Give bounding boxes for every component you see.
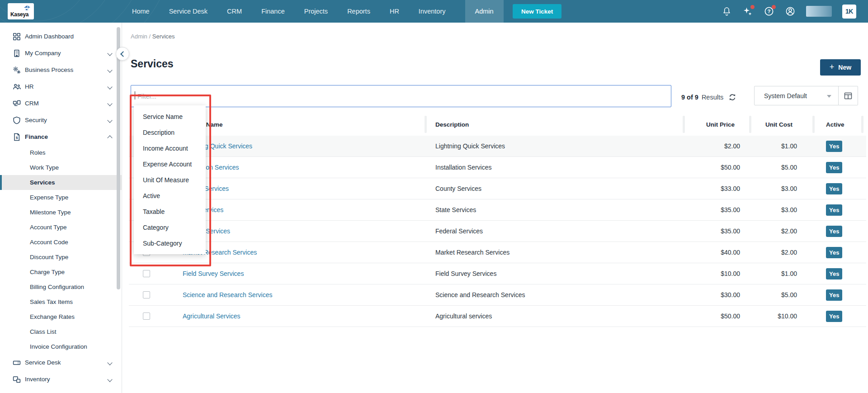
service-name-link[interactable]: Science and Research Services (176, 291, 426, 298)
service-description: State Services (426, 206, 684, 213)
sidebar-item[interactable]: Milestone Type (0, 205, 122, 220)
breadcrumb-admin[interactable]: Admin (131, 33, 147, 40)
column-settings-button[interactable] (839, 86, 858, 105)
row-checkbox[interactable] (143, 313, 150, 320)
sidebar-scrollbar-thumb[interactable] (117, 27, 120, 289)
unit-price-value: $2.00 (684, 142, 750, 150)
sidebar-item[interactable]: Billing Configuration (0, 279, 122, 294)
sidebar-item[interactable]: Security (0, 112, 122, 128)
sidebar-item[interactable]: Projects (0, 388, 122, 393)
filter-column-option[interactable]: Category (134, 219, 206, 235)
sidebar-item[interactable]: Discount Type (0, 250, 122, 265)
sidebar-item[interactable]: Invoice Configuration (0, 339, 122, 354)
row-checkbox[interactable] (143, 291, 150, 298)
sidebar-item[interactable]: Roles (0, 145, 122, 160)
dashboard-icon (13, 33, 21, 41)
sidebar-item[interactable]: Account Code (0, 235, 122, 250)
service-name-link[interactable]: Market Research Services (176, 249, 426, 256)
nav-item[interactable]: Service Desk (169, 0, 208, 23)
notifications-bell-icon[interactable] (721, 6, 732, 17)
filter-column-option[interactable]: Sub-Category (134, 235, 206, 251)
nav-item[interactable]: Home (132, 0, 150, 23)
nav-item[interactable]: Reports (347, 0, 370, 23)
sidebar-item[interactable]: My Company (0, 45, 122, 62)
column-header-unit-price[interactable]: Unit Price (684, 121, 750, 128)
sidebar-item-label: Billing Configuration (30, 284, 84, 290)
cooper-ai-sparkle-icon[interactable] (742, 6, 753, 17)
sidebar-item[interactable]: Admin Dashboard (0, 28, 122, 45)
column-header-unit-cost[interactable]: Unit Cost (750, 121, 814, 128)
filter-column-option[interactable]: Taxable (134, 204, 206, 219)
active-badge: Yes (826, 183, 842, 194)
service-name-link[interactable]: Lightning Quick Services (176, 142, 426, 150)
filter-column-option[interactable]: Unit Of Measure (134, 172, 206, 188)
sidebar-item[interactable]: Class List (0, 324, 122, 339)
sidebar-item[interactable]: Charge Type (0, 265, 122, 279)
sidebar-item[interactable]: Work Type (0, 160, 122, 175)
filter-column-option[interactable]: Description (134, 124, 206, 140)
sidebar-item[interactable]: HR (0, 78, 122, 95)
sidebar-item[interactable]: CRM (0, 95, 122, 112)
nav-item[interactable]: Inventory (419, 0, 446, 23)
service-name-link[interactable]: Federal Services (176, 227, 426, 235)
nav-item-label: Projects (304, 8, 328, 15)
new-service-button[interactable]: + New (820, 59, 861, 76)
unit-cost-value: $1.00 (750, 270, 814, 277)
new-ticket-button[interactable]: New Ticket (513, 4, 561, 19)
nav-item[interactable]: Finance (261, 0, 285, 23)
sidebar-item[interactable]: Services (0, 175, 122, 190)
sidebar-item-label: Account Code (30, 239, 68, 246)
unit-cost-value: $5.00 (750, 164, 814, 171)
service-name-link[interactable]: County Services (176, 185, 426, 192)
refresh-icon[interactable] (728, 93, 736, 101)
service-description: Market Research Services (426, 249, 684, 256)
column-resize-handle[interactable] (861, 116, 863, 133)
sidebar-item[interactable]: Service Desk (0, 354, 122, 371)
service-name-link[interactable]: Field Survey Services (176, 270, 426, 277)
sidebar-item[interactable]: $ Finance (0, 128, 122, 145)
column-resize-handle[interactable] (425, 116, 427, 133)
nav-item[interactable]: Admin (465, 0, 504, 23)
column-resize-handle[interactable] (749, 116, 751, 133)
column-header-active[interactable]: Active (814, 121, 866, 128)
help-icon[interactable]: ? (764, 6, 774, 17)
sidebar-item-label: Charge Type (30, 269, 65, 275)
sidebar-item[interactable]: Account Type (0, 220, 122, 235)
nav-item[interactable]: Projects (304, 0, 328, 23)
sidebar-item[interactable]: Expense Type (0, 190, 122, 205)
kaseya-logo[interactable]: Kaseya (8, 3, 34, 19)
nav-item[interactable]: CRM (227, 0, 242, 23)
column-header-description[interactable]: Description (426, 121, 684, 128)
filter-input[interactable] (131, 85, 671, 107)
kaseya-one-launcher[interactable]: 1K (842, 5, 856, 19)
table-row: Field Survey Services Field Survey Servi… (129, 263, 866, 284)
table-row: Agricultural Services Agricultural servi… (129, 306, 866, 327)
sidebar-item[interactable]: Business Process (0, 62, 122, 78)
column-resize-handle[interactable] (683, 116, 685, 133)
filter-column-option[interactable]: Expense Account (134, 156, 206, 172)
profile-icon[interactable] (785, 6, 796, 17)
column-resize-handle[interactable] (812, 116, 815, 133)
service-desk-icon (13, 359, 21, 367)
view-select[interactable]: System Default (755, 86, 838, 105)
nav-item-label: Finance (261, 8, 285, 15)
filter-column-option[interactable]: Service Name (134, 109, 206, 124)
view-select-value: System Default (764, 92, 807, 99)
filter-column-option[interactable]: Active (134, 188, 206, 204)
sidebar-collapse-button[interactable] (116, 47, 129, 61)
sidebar-item[interactable]: Inventory (0, 371, 122, 388)
sidebar-item-label: Class List (30, 328, 57, 335)
filter-column-option[interactable]: Income Account (134, 140, 206, 156)
service-name-link[interactable]: Agricultural Services (176, 313, 426, 320)
sidebar-item[interactable]: Sales Tax Items (0, 294, 122, 309)
sidebar-item[interactable]: Exchange Rates (0, 309, 122, 324)
unit-cost-value: $10.00 (750, 313, 814, 320)
row-checkbox[interactable] (143, 270, 150, 277)
main-nav: Home Service Desk CRM Finance Projects (132, 0, 504, 23)
service-name-link[interactable]: State Services (176, 206, 426, 213)
service-name-link[interactable]: Installation Services (176, 164, 426, 171)
nav-item[interactable]: HR (390, 0, 399, 23)
sidebar: Admin Dashboard My Company Business Proc… (0, 23, 122, 393)
unit-price-value: $35.00 (684, 227, 750, 235)
column-header-service-name[interactable]: Service Name (176, 121, 426, 128)
